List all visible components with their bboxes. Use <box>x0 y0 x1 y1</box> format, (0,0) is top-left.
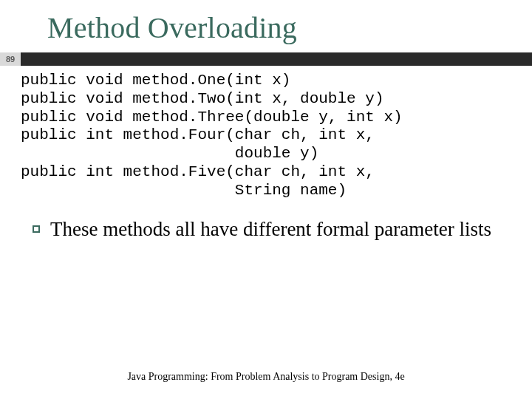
body-text: These methods all have different formal … <box>0 200 532 242</box>
code-block: public void method.One(int x) public voi… <box>0 66 532 200</box>
bullet-row: These methods all have different formal … <box>33 217 502 242</box>
footer-text: Java Programming: From Problem Analysis … <box>0 371 532 383</box>
title-area: Method Overloading <box>0 0 532 48</box>
square-bullet-icon <box>33 225 40 233</box>
accent-row: 89 <box>0 52 532 66</box>
slide-title: Method Overloading <box>47 10 532 45</box>
slide: Method Overloading 89 public void method… <box>0 0 532 399</box>
page-number-badge: 89 <box>0 52 21 66</box>
bullet-text: These methods all have different formal … <box>50 217 491 242</box>
accent-bar <box>21 52 532 66</box>
